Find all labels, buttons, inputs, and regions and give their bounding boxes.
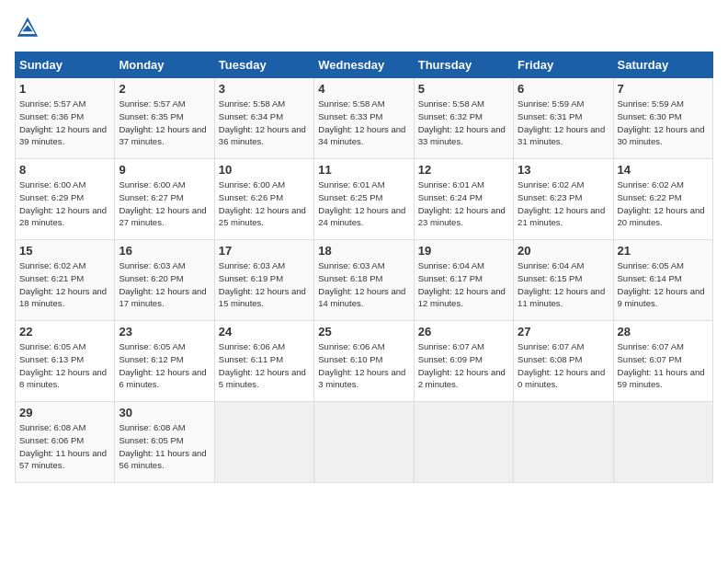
day-info: Sunrise: 5:57 AM Sunset: 6:35 PM Dayligh… xyxy=(119,98,210,148)
page-header xyxy=(15,15,713,40)
day-number: 8 xyxy=(19,163,110,177)
day-number: 13 xyxy=(518,163,609,177)
weekday-header-row: SundayMondayTuesdayWednesdayThursdayFrid… xyxy=(16,52,713,78)
day-info: Sunrise: 6:03 AM Sunset: 6:20 PM Dayligh… xyxy=(119,259,210,310)
calendar-cell xyxy=(414,402,513,483)
calendar-cell: 18 Sunrise: 6:03 AM Sunset: 6:18 PM Dayl… xyxy=(314,240,414,321)
calendar-cell: 12 Sunrise: 6:01 AM Sunset: 6:24 PM Dayl… xyxy=(414,159,513,240)
calendar-cell: 8 Sunrise: 6:00 AM Sunset: 6:29 PM Dayli… xyxy=(16,159,115,240)
calendar-cell: 10 Sunrise: 6:00 AM Sunset: 6:26 PM Dayl… xyxy=(214,159,313,240)
day-number: 19 xyxy=(418,244,509,258)
calendar-cell: 4 Sunrise: 5:58 AM Sunset: 6:33 PM Dayli… xyxy=(314,78,414,159)
day-info: Sunrise: 6:07 AM Sunset: 6:09 PM Dayligh… xyxy=(418,340,509,391)
day-number: 30 xyxy=(119,406,210,419)
day-info: Sunrise: 6:04 AM Sunset: 6:17 PM Dayligh… xyxy=(418,259,509,310)
calendar-cell: 21 Sunrise: 6:05 AM Sunset: 6:14 PM Dayl… xyxy=(613,240,712,321)
calendar-table: SundayMondayTuesdayWednesdayThursdayFrid… xyxy=(15,52,713,483)
day-info: Sunrise: 6:03 AM Sunset: 6:19 PM Dayligh… xyxy=(219,259,310,310)
calendar-cell xyxy=(214,402,313,483)
day-info: Sunrise: 6:00 AM Sunset: 6:26 PM Dayligh… xyxy=(219,178,310,229)
day-info: Sunrise: 6:01 AM Sunset: 6:25 PM Dayligh… xyxy=(318,178,409,229)
calendar-cell: 2 Sunrise: 5:57 AM Sunset: 6:35 PM Dayli… xyxy=(115,78,214,159)
calendar-cell xyxy=(514,402,613,483)
calendar-cell: 11 Sunrise: 6:01 AM Sunset: 6:25 PM Dayl… xyxy=(314,159,414,240)
calendar-cell: 1 Sunrise: 5:57 AM Sunset: 6:36 PM Dayli… xyxy=(16,78,115,159)
day-info: Sunrise: 6:03 AM Sunset: 6:18 PM Dayligh… xyxy=(318,259,409,310)
weekday-header-friday: Friday xyxy=(514,52,613,78)
day-info: Sunrise: 6:07 AM Sunset: 6:07 PM Dayligh… xyxy=(618,340,709,391)
calendar-cell: 7 Sunrise: 5:59 AM Sunset: 6:30 PM Dayli… xyxy=(613,78,712,159)
calendar-cell: 30 Sunrise: 6:08 AM Sunset: 6:05 PM Dayl… xyxy=(115,402,214,483)
day-info: Sunrise: 5:57 AM Sunset: 6:36 PM Dayligh… xyxy=(19,98,110,148)
day-number: 17 xyxy=(219,244,310,258)
calendar-cell: 24 Sunrise: 6:06 AM Sunset: 6:11 PM Dayl… xyxy=(214,321,313,402)
day-info: Sunrise: 6:08 AM Sunset: 6:06 PM Dayligh… xyxy=(19,421,110,472)
day-number: 29 xyxy=(19,406,110,419)
day-number: 10 xyxy=(219,163,310,177)
weekday-header-saturday: Saturday xyxy=(613,52,712,78)
day-number: 15 xyxy=(19,244,110,258)
day-number: 4 xyxy=(318,82,409,96)
calendar-week-1: 8 Sunrise: 6:00 AM Sunset: 6:29 PM Dayli… xyxy=(16,159,713,240)
calendar-cell: 26 Sunrise: 6:07 AM Sunset: 6:09 PM Dayl… xyxy=(414,321,513,402)
day-number: 28 xyxy=(618,325,709,339)
calendar-cell: 15 Sunrise: 6:02 AM Sunset: 6:21 PM Dayl… xyxy=(16,240,115,321)
day-number: 25 xyxy=(318,325,409,339)
day-number: 21 xyxy=(618,244,709,258)
day-info: Sunrise: 6:07 AM Sunset: 6:08 PM Dayligh… xyxy=(518,340,609,391)
day-number: 27 xyxy=(518,325,609,339)
day-info: Sunrise: 6:06 AM Sunset: 6:10 PM Dayligh… xyxy=(318,340,409,391)
day-info: Sunrise: 6:02 AM Sunset: 6:21 PM Dayligh… xyxy=(19,259,110,310)
day-number: 3 xyxy=(219,82,310,96)
day-info: Sunrise: 5:59 AM Sunset: 6:30 PM Dayligh… xyxy=(618,98,709,148)
day-number: 18 xyxy=(318,244,409,258)
calendar-cell xyxy=(613,402,712,483)
day-info: Sunrise: 6:08 AM Sunset: 6:05 PM Dayligh… xyxy=(119,421,210,472)
day-number: 7 xyxy=(618,82,709,96)
day-number: 14 xyxy=(618,163,709,177)
calendar-cell: 27 Sunrise: 6:07 AM Sunset: 6:08 PM Dayl… xyxy=(514,321,613,402)
day-info: Sunrise: 5:59 AM Sunset: 6:31 PM Dayligh… xyxy=(518,98,609,148)
calendar-cell xyxy=(314,402,414,483)
calendar-cell: 14 Sunrise: 6:02 AM Sunset: 6:22 PM Dayl… xyxy=(613,159,712,240)
day-info: Sunrise: 6:05 AM Sunset: 6:12 PM Dayligh… xyxy=(119,340,210,391)
day-number: 2 xyxy=(119,82,210,96)
weekday-header-thursday: Thursday xyxy=(414,52,513,78)
day-number: 11 xyxy=(318,163,409,177)
calendar-week-3: 22 Sunrise: 6:05 AM Sunset: 6:13 PM Dayl… xyxy=(16,321,713,402)
day-info: Sunrise: 5:58 AM Sunset: 6:32 PM Dayligh… xyxy=(418,98,509,148)
calendar-cell: 3 Sunrise: 5:58 AM Sunset: 6:34 PM Dayli… xyxy=(214,78,313,159)
calendar-cell: 13 Sunrise: 6:02 AM Sunset: 6:23 PM Dayl… xyxy=(514,159,613,240)
calendar-cell: 19 Sunrise: 6:04 AM Sunset: 6:17 PM Dayl… xyxy=(414,240,513,321)
calendar-week-0: 1 Sunrise: 5:57 AM Sunset: 6:36 PM Dayli… xyxy=(16,78,713,159)
day-number: 1 xyxy=(19,82,110,96)
day-info: Sunrise: 6:00 AM Sunset: 6:27 PM Dayligh… xyxy=(119,178,210,229)
day-info: Sunrise: 6:05 AM Sunset: 6:13 PM Dayligh… xyxy=(19,340,110,391)
calendar-cell: 22 Sunrise: 6:05 AM Sunset: 6:13 PM Dayl… xyxy=(16,321,115,402)
logo-icon xyxy=(15,15,40,40)
day-info: Sunrise: 6:02 AM Sunset: 6:22 PM Dayligh… xyxy=(618,178,709,229)
day-number: 6 xyxy=(518,82,609,96)
day-info: Sunrise: 6:04 AM Sunset: 6:15 PM Dayligh… xyxy=(518,259,609,310)
weekday-header-tuesday: Tuesday xyxy=(214,52,313,78)
day-number: 20 xyxy=(518,244,609,258)
weekday-header-wednesday: Wednesday xyxy=(314,52,414,78)
day-info: Sunrise: 6:05 AM Sunset: 6:14 PM Dayligh… xyxy=(618,259,709,310)
day-info: Sunrise: 6:06 AM Sunset: 6:11 PM Dayligh… xyxy=(219,340,310,391)
day-info: Sunrise: 5:58 AM Sunset: 6:34 PM Dayligh… xyxy=(219,98,310,148)
calendar-cell: 28 Sunrise: 6:07 AM Sunset: 6:07 PM Dayl… xyxy=(613,321,712,402)
day-number: 12 xyxy=(418,163,509,177)
calendar-cell: 17 Sunrise: 6:03 AM Sunset: 6:19 PM Dayl… xyxy=(214,240,313,321)
calendar-cell: 20 Sunrise: 6:04 AM Sunset: 6:15 PM Dayl… xyxy=(514,240,613,321)
day-number: 24 xyxy=(219,325,310,339)
calendar-cell: 9 Sunrise: 6:00 AM Sunset: 6:27 PM Dayli… xyxy=(115,159,214,240)
day-info: Sunrise: 5:58 AM Sunset: 6:33 PM Dayligh… xyxy=(318,98,409,148)
weekday-header-sunday: Sunday xyxy=(16,52,115,78)
calendar-cell: 5 Sunrise: 5:58 AM Sunset: 6:32 PM Dayli… xyxy=(414,78,513,159)
day-number: 26 xyxy=(418,325,509,339)
day-number: 9 xyxy=(119,163,210,177)
calendar-cell: 23 Sunrise: 6:05 AM Sunset: 6:12 PM Dayl… xyxy=(115,321,214,402)
calendar-week-4: 29 Sunrise: 6:08 AM Sunset: 6:06 PM Dayl… xyxy=(16,402,713,483)
day-number: 22 xyxy=(19,325,110,339)
day-info: Sunrise: 6:02 AM Sunset: 6:23 PM Dayligh… xyxy=(518,178,609,229)
